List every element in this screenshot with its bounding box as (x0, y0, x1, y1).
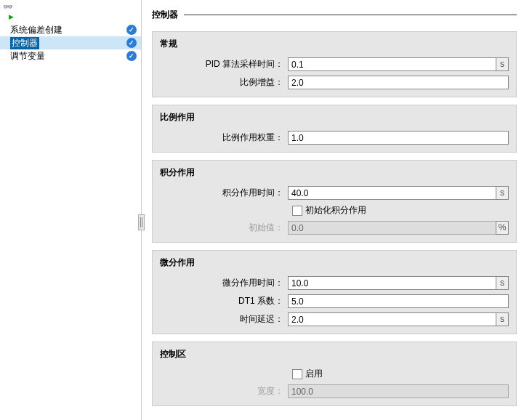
section-proportional: 比例作用 比例作用权重： (152, 105, 517, 153)
nav-item-manipulated[interactable]: 调节变量 ✓ (0, 49, 141, 62)
enable-label: 启用 (305, 368, 323, 380)
unit-seconds: s (496, 57, 509, 71)
gain-label: 比例增益： (160, 76, 288, 89)
unit-seconds: s (496, 186, 509, 200)
section-derivative: 微分作用 微分作用时间： s DT1 系数： 时间延迟： s (152, 250, 517, 334)
deriv-time-label: 微分作用时间： (160, 277, 288, 289)
check-icon: ✓ (126, 25, 137, 35)
gain-input[interactable] (288, 76, 509, 89)
sample-time-label: PID 算法采样时间： (160, 58, 288, 70)
integral-time-label: 积分作用时间： (160, 187, 288, 199)
section-title: 控制区 (160, 348, 509, 360)
unit-seconds: s (496, 276, 509, 290)
initial-value-label: 初始值： (160, 222, 288, 234)
nav-list: 系统偏差创建 ✓ 控制器 ✓ 调节变量 ✓ (0, 23, 141, 62)
section-title: 积分作用 (160, 166, 509, 179)
dt1-label: DT1 系数： (160, 295, 288, 307)
page-title: 控制器 (152, 9, 178, 21)
main-panel: 控制器 常规 PID 算法采样时间： s 比例增益： 比例作用 比例作用权重： … (142, 0, 524, 420)
section-integral: 积分作用 积分作用时间： s 初始化积分作用 初始值： % (152, 160, 517, 243)
init-integral-checkbox[interactable] (292, 206, 302, 216)
splitter-handle[interactable] (138, 214, 145, 230)
check-icon: ✓ (126, 38, 137, 48)
nav-label: 系统偏差创建 (10, 24, 63, 36)
init-integral-label: 初始化积分作用 (305, 204, 366, 217)
prop-weight-input[interactable] (288, 131, 509, 145)
deriv-time-input[interactable] (288, 276, 496, 290)
unit-seconds: s (496, 312, 509, 326)
delay-label: 时间延迟： (160, 313, 288, 326)
dt1-input[interactable] (288, 294, 509, 308)
width-label: 宽度： (160, 385, 288, 397)
section-title: 常规 (160, 38, 509, 50)
width-input (288, 384, 509, 398)
section-control-zone: 控制区 启用 宽度： (152, 342, 517, 406)
delay-input[interactable] (288, 312, 496, 326)
unit-percent: % (496, 221, 509, 235)
section-title: 微分作用 (160, 257, 509, 269)
title-divider (184, 15, 517, 15)
check-icon: ✓ (126, 51, 137, 61)
sample-time-input[interactable] (288, 57, 496, 71)
integral-time-input[interactable] (288, 186, 496, 200)
glasses-icon: 👓 (3, 2, 13, 11)
enable-checkbox[interactable] (292, 369, 302, 379)
play-icon: ▶ (9, 13, 138, 20)
nav-item-controller[interactable]: 控制器 ✓ (0, 36, 141, 49)
nav-label: 控制器 (10, 37, 39, 49)
section-title: 比例作用 (160, 111, 509, 124)
page-title-row: 控制器 (152, 9, 517, 21)
sidebar-toolbar: 👓 ▶ (0, 0, 141, 22)
nav-item-deviation[interactable]: 系统偏差创建 ✓ (0, 23, 141, 36)
nav-label: 调节变量 (10, 50, 45, 62)
section-general: 常规 PID 算法采样时间： s 比例增益： (152, 31, 517, 97)
prop-weight-label: 比例作用权重： (160, 132, 288, 144)
sidebar: 👓 ▶ 系统偏差创建 ✓ 控制器 ✓ 调节变量 ✓ (0, 0, 142, 420)
initial-value-input (288, 221, 496, 235)
